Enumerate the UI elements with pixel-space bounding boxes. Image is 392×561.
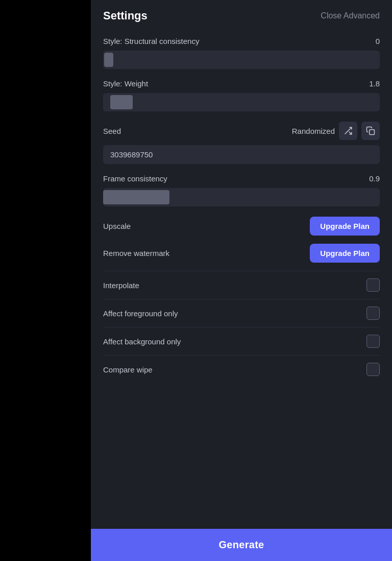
generate-btn-container: Generate [91, 529, 392, 561]
compare-wipe-row: Compare wipe [103, 355, 380, 383]
interpolate-row: Interpolate [103, 271, 380, 299]
seed-shuffle-button[interactable] [339, 122, 357, 140]
interpolate-checkbox[interactable] [366, 278, 380, 292]
frame-consistency-value: 0.9 [369, 174, 380, 183]
seed-randomized-text: Randomized [292, 127, 335, 135]
frame-consistency-label-row: Frame consistency 0.9 [103, 174, 380, 183]
frame-consistency-label: Frame consistency [103, 174, 167, 183]
affect-foreground-label: Affect foreground only [103, 309, 178, 318]
copy-icon [366, 126, 375, 135]
settings-title: Settings [103, 9, 148, 22]
upscale-label: Upscale [103, 222, 131, 230]
shuffle-icon [344, 126, 353, 135]
frame-consistency-slider[interactable] [103, 188, 380, 206]
style-structural-label: Style: Structural consistency [103, 37, 199, 45]
style-structural-label-row: Style: Structural consistency 0 [103, 37, 380, 45]
style-weight-setting: Style: Weight 1.8 [103, 79, 380, 111]
affect-foreground-checkbox[interactable] [366, 307, 380, 320]
seed-label: Seed [103, 127, 121, 135]
style-structural-value: 0 [376, 37, 380, 45]
style-weight-label-row: Style: Weight 1.8 [103, 79, 380, 88]
style-weight-thumb [110, 95, 133, 109]
affect-background-label: Affect background only [103, 337, 181, 346]
svg-rect-2 [370, 130, 375, 135]
remove-watermark-label: Remove watermark [103, 249, 169, 258]
frame-consistency-thumb [103, 190, 169, 204]
affect-foreground-row: Affect foreground only [103, 299, 380, 327]
style-structural-slider[interactable] [103, 51, 380, 69]
upscale-row: Upscale Upgrade Plan [103, 217, 380, 236]
style-weight-value: 1.8 [369, 79, 380, 88]
upscale-upgrade-button[interactable]: Upgrade Plan [310, 217, 380, 236]
affect-background-checkbox[interactable] [366, 335, 380, 348]
affect-background-row: Affect background only [103, 327, 380, 355]
seed-value-box[interactable]: 3039689750 [103, 145, 380, 164]
compare-wipe-label: Compare wipe [103, 365, 153, 374]
generate-button[interactable]: Generate [91, 529, 392, 561]
settings-header: Settings Close Advanced [103, 9, 380, 22]
frame-consistency-setting: Frame consistency 0.9 [103, 174, 380, 206]
style-weight-slider[interactable] [103, 93, 380, 111]
style-structural-thumb [104, 53, 113, 67]
seed-label-row: Seed Randomized [103, 122, 380, 140]
close-advanced-button[interactable]: Close Advanced [321, 9, 380, 22]
seed-copy-button[interactable] [361, 122, 380, 140]
checkboxes-section: Interpolate Affect foreground only Affec… [103, 271, 380, 383]
seed-setting: Seed Randomized [103, 122, 380, 164]
compare-wipe-checkbox[interactable] [366, 363, 380, 376]
seed-controls: Randomized [292, 122, 380, 140]
style-weight-label: Style: Weight [103, 79, 148, 88]
remove-watermark-upgrade-button[interactable]: Upgrade Plan [310, 244, 380, 263]
style-structural-setting: Style: Structural consistency 0 [103, 37, 380, 69]
interpolate-label: Interpolate [103, 281, 139, 290]
remove-watermark-row: Remove watermark Upgrade Plan [103, 244, 380, 263]
